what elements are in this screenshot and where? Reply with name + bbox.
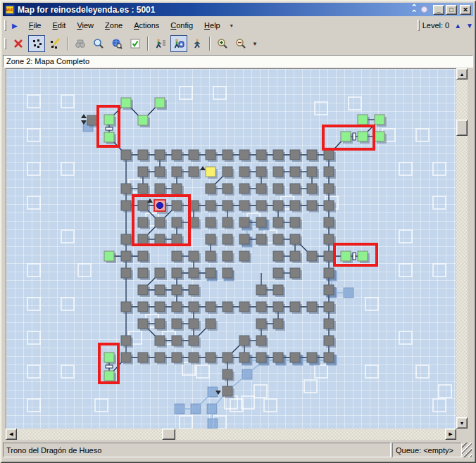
room[interactable]	[206, 184, 215, 194]
room[interactable]	[256, 285, 266, 295]
menu-file[interactable]: File	[23, 19, 47, 32]
room[interactable]	[87, 115, 97, 125]
menu-help[interactable]: Help	[199, 19, 226, 32]
map-canvas[interactable]	[6, 68, 456, 429]
room[interactable]	[307, 302, 317, 312]
menu-zone[interactable]: Zone	[99, 19, 128, 32]
resize-grip-icon[interactable]	[462, 443, 472, 457]
room[interactable]	[290, 167, 300, 177]
room[interactable]	[172, 167, 182, 177]
room[interactable]	[206, 217, 215, 227]
level-up-button[interactable]: ▲	[454, 22, 461, 30]
exit-room[interactable]	[104, 132, 114, 142]
room[interactable]	[239, 302, 249, 312]
room[interactable]	[155, 150, 165, 160]
room[interactable]	[307, 251, 317, 261]
room[interactable]	[290, 302, 300, 312]
room[interactable]	[155, 268, 165, 278]
room[interactable]	[172, 336, 182, 345]
room[interactable]	[273, 285, 283, 295]
room[interactable]	[172, 184, 182, 194]
room[interactable]	[223, 150, 232, 160]
walk-exits-icon[interactable]	[152, 35, 169, 52]
room[interactable]	[155, 217, 165, 227]
room[interactable]	[121, 268, 131, 278]
checkbox-icon[interactable]	[127, 35, 144, 52]
room[interactable]	[206, 201, 215, 210]
room[interactable]	[172, 251, 182, 261]
room[interactable]	[121, 302, 131, 312]
edit-rooms-icon[interactable]	[46, 35, 63, 52]
toolbar-grip[interactable]	[4, 38, 6, 49]
zoom-in-icon[interactable]	[214, 35, 231, 52]
room[interactable]	[155, 302, 165, 312]
room[interactable]	[155, 234, 165, 244]
room[interactable]	[121, 251, 131, 261]
room[interactable]	[189, 167, 199, 177]
room[interactable]	[155, 336, 165, 345]
room[interactable]	[155, 167, 165, 177]
room[interactable]	[121, 184, 131, 194]
shade-dot-icon[interactable]	[421, 6, 427, 13]
room[interactable]	[189, 336, 199, 345]
room[interactable]	[138, 285, 148, 295]
room[interactable]	[239, 353, 249, 362]
room[interactable]	[239, 336, 249, 345]
room[interactable]	[307, 201, 317, 210]
room[interactable]	[138, 302, 148, 312]
room[interactable]	[223, 184, 232, 194]
room[interactable]	[324, 268, 334, 278]
room[interactable]	[324, 184, 334, 194]
room[interactable]	[324, 319, 334, 329]
room[interactable]	[273, 217, 283, 227]
dropdown-caret-icon[interactable]: ▼	[252, 41, 258, 47]
room[interactable]	[273, 268, 283, 278]
room[interactable]	[256, 319, 266, 329]
exit-room[interactable]	[121, 98, 131, 108]
room[interactable]	[256, 167, 266, 177]
play-icon[interactable]: ▶	[12, 22, 18, 30]
exit-room[interactable]	[358, 132, 368, 141]
exit-room[interactable]	[375, 132, 384, 141]
scroll-up-button[interactable]: ▲	[456, 68, 468, 80]
room[interactable]	[324, 167, 334, 177]
room[interactable]	[223, 302, 232, 312]
scroll-left-button[interactable]: ◀	[6, 429, 17, 440]
level-down-button[interactable]: ▼	[466, 22, 473, 30]
room[interactable]	[290, 201, 300, 210]
room[interactable]	[290, 234, 300, 244]
room[interactable]	[273, 251, 283, 261]
room[interactable]	[138, 167, 148, 177]
find-icon[interactable]	[72, 35, 89, 52]
room[interactable]	[206, 353, 215, 362]
room[interactable]	[290, 150, 300, 160]
room[interactable]	[138, 217, 148, 227]
room[interactable]	[189, 150, 199, 160]
menu-view[interactable]: View	[71, 19, 99, 32]
menu-actions[interactable]: Actions	[128, 19, 165, 32]
magnifier-icon[interactable]	[90, 35, 107, 52]
special-room[interactable]	[206, 167, 215, 177]
room[interactable]	[256, 184, 266, 194]
menu-overflow-caret-icon[interactable]: ▾	[226, 23, 237, 29]
room[interactable]	[189, 285, 199, 295]
room[interactable]	[273, 201, 283, 210]
room[interactable]	[223, 369, 232, 379]
room[interactable]	[290, 251, 300, 261]
room[interactable]	[223, 268, 232, 278]
room[interactable]	[256, 234, 266, 244]
rollup-chevron-icon[interactable]: ⌃⌃	[408, 4, 420, 15]
exit-room[interactable]	[341, 132, 351, 141]
room[interactable]	[172, 285, 182, 295]
room[interactable]	[138, 184, 148, 194]
menubar-grip[interactable]	[4, 20, 6, 31]
exit-room[interactable]	[358, 251, 368, 261]
room[interactable]	[239, 201, 249, 210]
horizontal-scroll-thumb[interactable]	[162, 429, 175, 440]
exit-room[interactable]	[104, 353, 114, 362]
room[interactable]	[206, 150, 215, 160]
levelbar-grip[interactable]	[418, 20, 420, 31]
speedwalk-icon[interactable]	[170, 35, 187, 52]
room[interactable]	[206, 268, 215, 278]
room[interactable]	[273, 302, 283, 312]
